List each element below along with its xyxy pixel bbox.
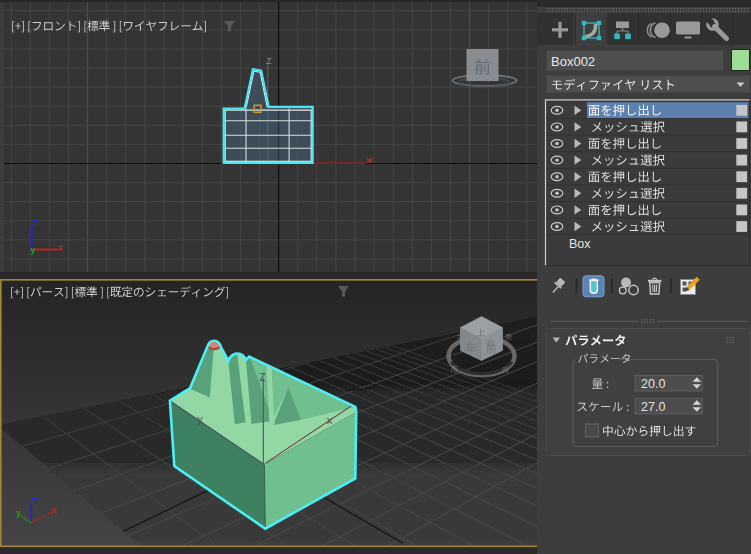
svg-text:Z: Z bbox=[260, 372, 266, 383]
svg-text:20.0: 20.0 bbox=[641, 377, 665, 391]
svg-text:Box002: Box002 bbox=[551, 54, 595, 69]
svg-text:Z: Z bbox=[266, 56, 272, 66]
svg-text:y: y bbox=[31, 245, 36, 255]
svg-text:Z: Z bbox=[33, 218, 38, 228]
svg-text:Z: Z bbox=[32, 496, 37, 506]
svg-text:X: X bbox=[58, 243, 64, 253]
svg-text:27.0: 27.0 bbox=[641, 400, 665, 414]
svg-text:X: X bbox=[327, 416, 333, 426]
svg-text:Box: Box bbox=[569, 237, 591, 251]
svg-text:y: y bbox=[198, 414, 203, 425]
svg-text:y: y bbox=[16, 508, 21, 518]
svg-text:X: X bbox=[51, 506, 57, 516]
